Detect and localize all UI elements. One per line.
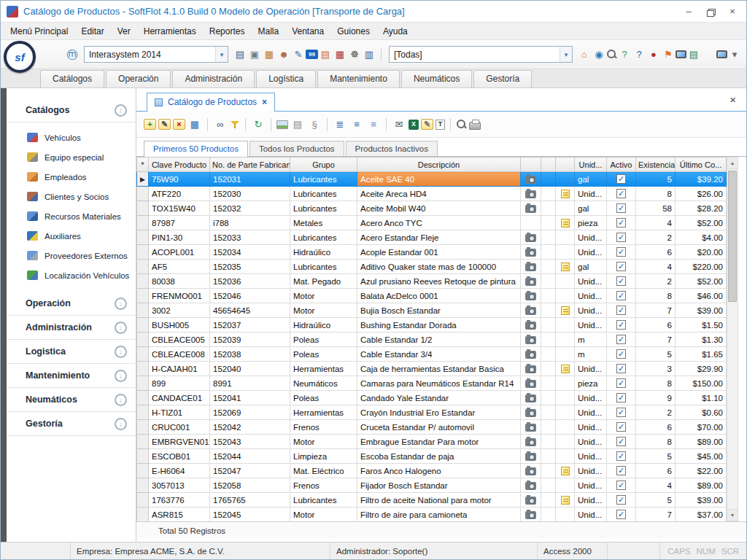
- cell-no-parte-fabricante[interactable]: 45654645: [210, 303, 290, 318]
- cell-unidad[interactable]: Unid...: [575, 274, 607, 289]
- cell-extra[interactable]: [541, 347, 556, 362]
- zoom-icon[interactable]: [456, 119, 467, 130]
- cell-descripcion[interactable]: Bushing Estandar Dorada: [357, 318, 521, 332]
- cell-unidad[interactable]: Unid...: [575, 391, 607, 405]
- cell-unidad[interactable]: Unid...: [575, 362, 607, 376]
- cell-existencia[interactable]: 5: [636, 172, 676, 187]
- cell-activo[interactable]: ✓: [607, 464, 636, 478]
- cell-grupo[interactable]: Lubricantes: [290, 201, 357, 216]
- cell-unidad[interactable]: m: [575, 332, 607, 347]
- checkbox-checked[interactable]: ✓: [616, 364, 626, 373]
- cell-activo[interactable]: ✓: [607, 376, 636, 391]
- web-support-icon[interactable]: ?: [617, 47, 632, 62]
- cell-ultimo-costo[interactable]: $46.00: [676, 289, 727, 303]
- cell-unidad[interactable]: gal: [575, 201, 607, 216]
- minimize-button[interactable]: –: [678, 4, 700, 20]
- cell-nota[interactable]: [556, 478, 575, 493]
- cell-grupo[interactable]: Poleas: [290, 391, 357, 405]
- cell-unidad[interactable]: Unid...: [575, 187, 607, 201]
- cell-no-parte-fabricante[interactable]: 152031: [210, 172, 290, 187]
- cell-foto[interactable]: [521, 391, 541, 405]
- cell-no-parte-fabricante[interactable]: 152040: [210, 362, 290, 376]
- checkbox-checked[interactable]: ✓: [616, 174, 626, 184]
- view-tab-productos-inactivos[interactable]: Productos Inactivos: [346, 141, 438, 156]
- cell-unidad[interactable]: Unid...: [575, 289, 607, 303]
- sort-list-icon[interactable]: ≡: [349, 117, 364, 132]
- cell-activo[interactable]: ✓: [607, 230, 636, 245]
- column-header-existencia[interactable]: Existencia: [636, 158, 676, 172]
- cell-descripcion[interactable]: Acero Estandar Fleje: [357, 230, 521, 245]
- cell-ultimo-costo[interactable]: $1.30: [676, 332, 727, 347]
- cell-no-parte-fabricante[interactable]: 152058: [210, 478, 290, 493]
- menu-herramientas[interactable]: Herramientas: [137, 24, 203, 39]
- cell-existencia[interactable]: 7: [636, 332, 676, 347]
- checkbox-checked[interactable]: ✓: [616, 320, 626, 330]
- cell-unidad[interactable]: Unid...: [575, 230, 607, 245]
- cell-ultimo-costo[interactable]: $150.00: [676, 376, 727, 391]
- cell-nota[interactable]: [556, 332, 575, 347]
- cell-clave-producto[interactable]: ESCOB01: [149, 449, 210, 464]
- badge-99-icon[interactable]: 99: [306, 50, 318, 59]
- table-row[interactable]: ATF220152030LubricantesAceite Areca HD4U…: [137, 187, 727, 201]
- cell-activo[interactable]: ✓: [607, 201, 636, 216]
- cell-ultimo-costo[interactable]: $26.00: [676, 187, 727, 201]
- cell-descripcion[interactable]: Cable Estandar 1/2: [357, 332, 521, 347]
- cell-descripcion[interactable]: Aditivo Quaker state mas de 100000: [357, 260, 521, 274]
- sidebar-item-vehiculos[interactable]: Vehículos: [7, 128, 136, 147]
- print-icon[interactable]: [469, 122, 481, 130]
- cell-foto[interactable]: [521, 420, 541, 435]
- view-tab-todos-los-productos[interactable]: Todos los Productos: [249, 141, 344, 156]
- cell-existencia[interactable]: 7: [636, 303, 676, 318]
- cell-foto[interactable]: [521, 245, 541, 260]
- cell-existencia[interactable]: 8: [636, 187, 676, 201]
- delete-record-icon[interactable]: ×: [173, 119, 185, 130]
- cell-ultimo-costo[interactable]: $220.00: [676, 260, 727, 274]
- sidebar-item-recursos-materiales[interactable]: Recursos Materiales: [7, 206, 136, 226]
- cell-clave-producto[interactable]: ACOPL001: [149, 245, 210, 260]
- messenger-icon[interactable]: [716, 50, 727, 58]
- cell-no-parte-fabricante[interactable]: 152047: [210, 464, 290, 478]
- cell-foto[interactable]: [521, 260, 541, 274]
- cell-nota[interactable]: [556, 201, 575, 216]
- cell-nota[interactable]: [556, 376, 575, 391]
- capture-form-icon[interactable]: ✎: [291, 47, 306, 62]
- sidebar-section-neumaticos[interactable]: Neumáticos↓: [7, 388, 136, 412]
- cell-descripcion[interactable]: Filtro de aire para camioneta: [357, 508, 521, 522]
- cell-no-parte-fabricante[interactable]: 152033: [210, 230, 290, 245]
- cell-descripcion[interactable]: Embrague Estandar Para motor: [357, 435, 521, 449]
- cell-foto[interactable]: [521, 332, 541, 347]
- column-header-col-6[interactable]: [541, 158, 556, 172]
- chevron-down-icon[interactable]: ↓: [115, 322, 127, 334]
- cell-unidad[interactable]: gal: [575, 260, 607, 274]
- cell-nota[interactable]: [556, 420, 575, 435]
- cell-extra[interactable]: [541, 464, 556, 478]
- document-tab-close-icon[interactable]: ×: [262, 97, 267, 107]
- cell-unidad[interactable]: Unid...: [575, 478, 607, 493]
- cell-existencia[interactable]: 5: [636, 493, 676, 508]
- cell-activo[interactable]: ✓: [607, 362, 636, 376]
- cell-nota[interactable]: [556, 289, 575, 303]
- module-tab-neumaticos[interactable]: Neumáticos: [401, 70, 472, 88]
- cell-no-parte-fabricante[interactable]: 152032: [210, 201, 290, 216]
- cell-unidad[interactable]: Unid...: [575, 303, 607, 318]
- cell-clave-producto[interactable]: 3002: [149, 303, 210, 318]
- cell-descripcion[interactable]: Candado Yale Estandar: [357, 391, 521, 405]
- table-row[interactable]: PIN1-30152033LubricantesAcero Estandar F…: [137, 230, 727, 245]
- cell-unidad[interactable]: Unid...: [575, 464, 607, 478]
- cell-clave-producto[interactable]: 75W90: [149, 172, 210, 187]
- cell-descripcion[interactable]: Faros Anco Halogeno: [357, 464, 521, 478]
- cell-foto[interactable]: [521, 230, 541, 245]
- cell-existencia[interactable]: 2: [636, 405, 676, 420]
- cell-activo[interactable]: ✓: [607, 435, 636, 449]
- cell-extra[interactable]: [541, 449, 556, 464]
- cell-extra[interactable]: [541, 245, 556, 260]
- cell-grupo[interactable]: Lubricantes: [290, 230, 357, 245]
- cell-no-parte-fabricante[interactable]: 152037: [210, 318, 290, 332]
- table-row[interactable]: 87987i788MetalesAcero Anco TYCpieza✓4$52…: [137, 216, 727, 230]
- table-row[interactable]: E-H6064152047Mat. EléctricoFaros Anco Ha…: [137, 464, 727, 478]
- cell-grupo[interactable]: Limpieza: [290, 449, 357, 464]
- cell-existencia[interactable]: 58: [636, 201, 676, 216]
- home-icon[interactable]: ⌂: [577, 47, 592, 62]
- cell-existencia[interactable]: 6: [636, 245, 676, 260]
- cell-descripcion[interactable]: Acople Estandar 001: [357, 245, 521, 260]
